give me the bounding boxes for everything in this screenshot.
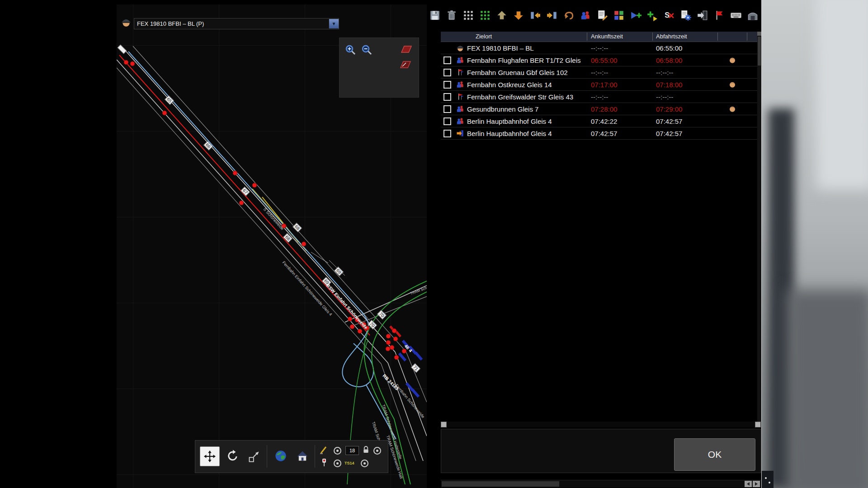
destination: Berlin Hauptbahnhof Gleis 4 — [467, 117, 587, 125]
set-flag-button[interactable] — [712, 9, 726, 22]
row-checkbox[interactable] — [443, 56, 451, 64]
panel-splitter[interactable] — [441, 422, 761, 427]
delete-button[interactable] — [445, 9, 458, 22]
remove-s-icon: S — [663, 9, 675, 21]
scrollbar-thumb[interactable] — [442, 481, 559, 487]
move-up-button[interactable] — [495, 9, 509, 22]
row-checkbox[interactable] — [443, 130, 451, 137]
exit-train-button[interactable] — [696, 9, 709, 22]
add-service-button[interactable] — [646, 9, 659, 22]
splitter-grip-left[interactable] — [441, 422, 447, 427]
row-checkbox[interactable] — [443, 69, 451, 76]
driver-avatar-icon — [120, 16, 132, 28]
grid-view-green-button[interactable] — [478, 9, 492, 22]
depot-button[interactable] — [746, 9, 760, 22]
row-checkbox[interactable] — [443, 81, 451, 89]
arrival-time: 07:42:57 — [587, 130, 652, 137]
driver-icon — [453, 43, 467, 52]
ok-button[interactable]: OK — [674, 438, 755, 471]
timetable-row[interactable]: FEX 19810 BFBI – BL --:--:-- 06:55:00 — [441, 42, 757, 54]
arrow-down-icon — [513, 9, 524, 21]
insert-stop-before-button[interactable] — [528, 9, 542, 22]
row-checkbox[interactable] — [443, 117, 451, 125]
scroll-up-button[interactable] — [757, 32, 761, 36]
timetable-row[interactable]: Berlin Hauptbahnhof Gleis 4 07:42:22 07:… — [441, 115, 757, 127]
background-3d-scene — [761, 0, 868, 488]
train-selector-value: FEX 19810 BFBI – BL (P) — [134, 20, 329, 27]
destination: Fernbahn Ostkreuz Gleis 14 — [467, 81, 587, 89]
zoom-out-button[interactable] — [360, 43, 374, 57]
map-navigation-toolbar: 18 TS14 — [195, 440, 388, 473]
signal-mode-a-radio[interactable] — [334, 447, 341, 455]
flag-icon — [713, 9, 725, 21]
move-down-button[interactable] — [512, 9, 525, 22]
timetable-row[interactable]: Fernbahn Gruenau Gbf Gleis 102 --:--:-- … — [441, 66, 757, 79]
home-view-button[interactable] — [293, 446, 312, 465]
boarding-icon — [717, 56, 747, 64]
timetable-row[interactable]: Fernbahn Flughafen BER T1/T2 Gleis 06:55… — [441, 54, 757, 66]
horizontal-scrollbar[interactable] — [441, 480, 761, 488]
arrival-time: --:--:-- — [587, 93, 652, 101]
waypoint-flags-icon — [453, 68, 467, 77]
zoom-in-button[interactable] — [344, 43, 358, 57]
splitter-grip-right[interactable] — [755, 422, 761, 427]
signal-mode-a-button[interactable] — [319, 445, 329, 455]
save-icon — [429, 9, 441, 21]
arrival-time: --:--:-- — [587, 44, 652, 52]
zoom-level-box[interactable]: 18 — [345, 446, 359, 455]
timetable-row[interactable]: Fernbahn Greifswalder Str Gleis 43 --:--… — [441, 91, 757, 103]
timetable-row[interactable]: Berlin Hauptbahnhof Gleis 4 07:42:57 07:… — [441, 127, 757, 140]
dropdown-arrow-icon[interactable]: ▼ — [329, 19, 339, 28]
arrow-up-icon — [496, 9, 508, 21]
save-button[interactable] — [428, 9, 442, 22]
scale-tool-button[interactable] — [246, 448, 262, 465]
rotate-tool-button[interactable] — [223, 446, 242, 465]
boarding-icon — [717, 80, 747, 89]
home-icon — [296, 450, 309, 462]
scrollbar-thumb[interactable] — [758, 37, 761, 66]
depot-icon — [747, 9, 759, 21]
lock-toggle[interactable] — [362, 444, 370, 455]
row-checkbox[interactable] — [443, 93, 451, 101]
map-edit-tool-button[interactable] — [399, 58, 412, 71]
keyboard-display-button[interactable] — [729, 9, 743, 22]
world-view-button[interactable] — [271, 446, 290, 465]
ts-radio[interactable] — [361, 460, 368, 467]
remove-service-button[interactable]: S — [662, 9, 676, 22]
departure-time: 06:55:00 — [652, 44, 717, 52]
rotate-icon — [226, 450, 239, 462]
undo-button[interactable] — [562, 9, 576, 22]
signal-diagonal-icon — [320, 446, 329, 455]
map-region-tool-button[interactable] — [400, 42, 413, 56]
add-service-forward-button[interactable] — [629, 9, 642, 22]
grid-view-button[interactable] — [462, 9, 475, 22]
signal-mode-b-button[interactable] — [319, 458, 329, 468]
destination: Fernbahn Gruenau Gbf Gleis 102 — [467, 69, 587, 76]
timetable-row[interactable]: Fernbahn Ostkreuz Gleis 14 07:17:00 07:1… — [441, 79, 757, 91]
train-selector-dropdown[interactable]: FEX 19810 BFBI – BL (P) ▼ — [134, 18, 339, 29]
pan-tool-button[interactable] — [200, 446, 220, 466]
column-dest: Zielort — [476, 33, 492, 40]
lock-radio[interactable] — [373, 447, 381, 455]
exit-door-icon — [697, 9, 708, 21]
timetable-vertical-scrollbar[interactable] — [757, 32, 761, 422]
svg-text:S: S — [665, 11, 670, 19]
move-icon — [204, 450, 216, 462]
ts-indicator: TS14 — [344, 461, 354, 465]
signal-mode-b-radio[interactable] — [334, 460, 341, 467]
timetable-row[interactable]: Gesundbrunnen Gleis 7 07:28:00 07:29:00 — [441, 103, 757, 115]
track-map-panel[interactable]: 65 66 67 68 68 69 69 70 70 71 46 4 RB 24… — [117, 5, 427, 488]
insert-after-icon — [546, 9, 558, 21]
service-properties-button[interactable] — [679, 9, 693, 22]
scroll-right-button[interactable] — [753, 481, 760, 487]
scale-icon — [248, 450, 260, 463]
insert-stop-after-button[interactable] — [545, 9, 559, 22]
row-checkbox[interactable] — [443, 105, 451, 113]
passengers-icon — [453, 117, 467, 126]
scroll-left-button[interactable] — [745, 481, 752, 487]
departure-time: --:--:-- — [652, 69, 717, 76]
track-line — [117, 60, 388, 363]
passenger-exchange-button[interactable] — [579, 9, 592, 22]
edit-timetable-button[interactable] — [595, 9, 609, 22]
module-grid-button[interactable] — [612, 9, 626, 22]
